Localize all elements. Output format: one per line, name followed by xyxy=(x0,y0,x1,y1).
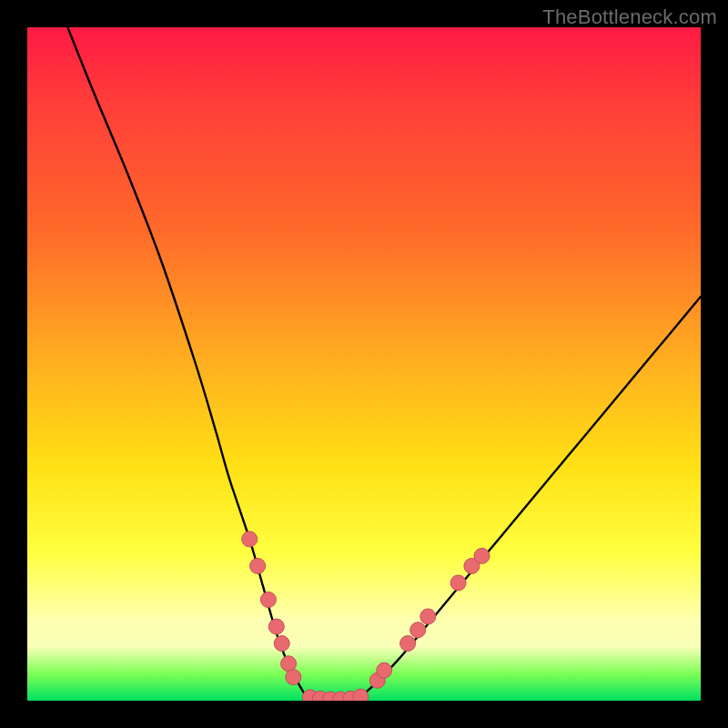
marker-group xyxy=(242,531,490,701)
data-marker xyxy=(242,531,258,547)
data-marker xyxy=(420,609,436,624)
plot-area xyxy=(27,27,701,701)
chart-frame: TheBottleneck.com xyxy=(0,0,728,728)
data-marker xyxy=(474,548,490,563)
data-marker xyxy=(274,636,289,652)
watermark-text: TheBottleneck.com xyxy=(542,5,717,29)
data-marker xyxy=(286,670,301,685)
data-marker xyxy=(400,636,416,652)
data-marker xyxy=(450,575,466,591)
data-marker xyxy=(353,689,369,701)
data-marker xyxy=(260,592,276,608)
curve-svg xyxy=(27,27,701,701)
data-marker xyxy=(410,622,426,638)
data-marker xyxy=(250,559,266,574)
data-marker xyxy=(268,619,284,634)
bottleneck-curve xyxy=(67,27,701,701)
data-marker xyxy=(377,662,392,678)
